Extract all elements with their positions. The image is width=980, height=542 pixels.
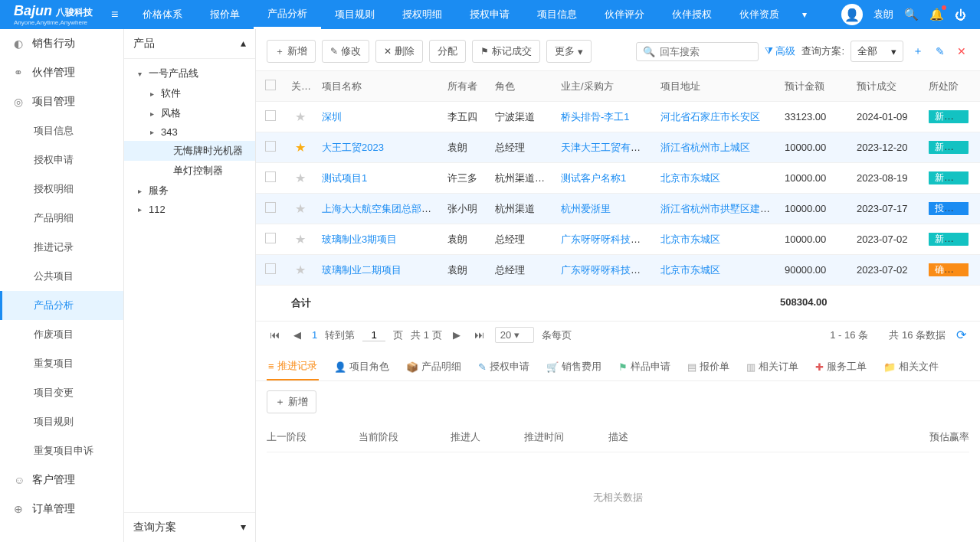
buyer-link[interactable]: 广东呀呀呀科技有限... — [561, 233, 654, 245]
buyer-link[interactable]: 桥头排骨-李工1 — [561, 111, 630, 122]
sub-tab[interactable]: ⚑样品申请 — [617, 354, 672, 380]
more-button[interactable]: 更多 ▾ — [546, 40, 592, 63]
star-icon[interactable]: ★ — [295, 171, 306, 184]
mark-deal-button[interactable]: ⚑标记成交 — [472, 40, 540, 63]
tree-footer[interactable]: 查询方案▾ — [124, 512, 255, 542]
page-size-select[interactable]: 20 ▾ — [495, 327, 534, 343]
user-name[interactable]: 袁朗 — [873, 8, 893, 21]
power-icon[interactable]: ⏻ — [955, 8, 966, 21]
sidebar-item[interactable]: 公共项目 — [0, 262, 123, 291]
sidebar-item[interactable]: 项目信息 — [0, 116, 123, 145]
tree-node[interactable]: 无悔牌时光机器 — [124, 141, 255, 161]
sub-tab[interactable]: ✚服务工单 — [814, 354, 868, 380]
menu-toggle-icon[interactable]: ≡ — [100, 8, 129, 21]
project-name-link[interactable]: 上海大大航空集团总部大楼... — [322, 203, 441, 214]
star-icon[interactable]: ★ — [295, 202, 306, 215]
nav-item[interactable]: 项目规则 — [321, 0, 388, 29]
sidebar-item[interactable]: 授权明细 — [0, 175, 123, 204]
scheme-edit-icon[interactable]: ✎ — [932, 45, 948, 57]
sidebar-group[interactable]: ◐销售行动 — [0, 29, 123, 58]
sidebar-item[interactable]: 项目变更 — [0, 378, 123, 407]
addr-link[interactable]: 北京市东城区 — [660, 233, 720, 245]
addr-link[interactable]: 浙江省杭州市拱墅区建国北... — [660, 203, 778, 214]
row-checkbox[interactable] — [265, 171, 276, 182]
sidebar-group[interactable]: ⊕订单管理 — [0, 495, 123, 524]
tree-node[interactable]: 单灯控制器 — [124, 161, 255, 181]
sidebar-item[interactable]: 推进记录 — [0, 233, 123, 262]
search-input[interactable] — [660, 46, 752, 57]
table-row[interactable]: ★深圳李五四宁波渠道桥头排骨-李工1河北省石家庄市长安区33123.002024… — [256, 102, 980, 132]
sidebar-group[interactable]: ☺客户管理 — [0, 465, 123, 495]
sub-tab[interactable]: 🛒销售费用 — [545, 354, 603, 380]
page-first-icon[interactable]: ⏮ — [267, 328, 283, 342]
search-box[interactable]: 🔍 — [636, 42, 759, 61]
project-name-link[interactable]: 大王工贸2023 — [322, 142, 384, 153]
scheme-delete-icon[interactable]: ✕ — [954, 45, 969, 57]
addr-link[interactable]: 北京市东城区 — [660, 264, 720, 276]
project-name-link[interactable]: 玻璃制业3期项目 — [322, 233, 397, 245]
addr-link[interactable]: 北京市东城区 — [660, 172, 720, 184]
page-last-icon[interactable]: ⏭ — [471, 328, 487, 342]
sidebar-item[interactable]: 重复项目申诉 — [0, 436, 123, 465]
sub-tab[interactable]: 📦产品明细 — [405, 354, 463, 380]
sub-tab[interactable]: ▥相关订单 — [745, 354, 800, 380]
scheme-add-icon[interactable]: ＋ — [910, 44, 926, 58]
tree-node[interactable]: ▾一号产品线 — [124, 64, 255, 83]
tree-node[interactable]: ▸软件 — [124, 83, 255, 103]
table-row[interactable]: ★大王工贸2023袁朗总经理天津大王工贸有限公司浙江省杭州市上城区10000.0… — [256, 132, 980, 163]
advanced-link[interactable]: ⧩高级 — [765, 44, 795, 58]
logo[interactable]: Bajun 八骏科技 Anyone,Anytime,Anywhere — [6, 3, 100, 26]
sidebar-group[interactable]: ⚭伙伴管理 — [0, 58, 123, 87]
sub-tab[interactable]: ≡推进记录 — [267, 354, 319, 380]
scheme-select[interactable]: 全部▾ — [851, 41, 903, 62]
nav-item[interactable]: 产品分析 — [254, 0, 321, 29]
sidebar-item[interactable]: 产品分析 — [0, 291, 123, 320]
add-button[interactable]: ＋新增 — [267, 40, 316, 63]
table-row[interactable]: ★上海大大航空集团总部大楼...张小明杭州渠道杭州爱浙里浙江省杭州市拱墅区建国北… — [256, 194, 980, 224]
page-prev-icon[interactable]: ◀ — [290, 328, 304, 342]
sub-tab[interactable]: 📁相关文件 — [882, 354, 940, 380]
buyer-link[interactable]: 测试客户名称1 — [561, 172, 626, 184]
buyer-link[interactable]: 广东呀呀呀科技有限... — [561, 264, 654, 276]
sub-tab[interactable]: ✎授权申请 — [477, 354, 531, 380]
sub-tab[interactable]: 👤项目角色 — [333, 354, 391, 380]
tree-node[interactable]: ▸343 — [124, 123, 255, 141]
star-icon[interactable]: ★ — [295, 233, 306, 246]
sub-add-button[interactable]: ＋新增 — [267, 390, 316, 413]
row-checkbox[interactable] — [265, 110, 276, 121]
row-checkbox[interactable] — [265, 263, 276, 274]
select-all-checkbox[interactable] — [265, 80, 276, 90]
row-checkbox[interactable] — [265, 141, 276, 152]
row-checkbox[interactable] — [265, 233, 276, 243]
sidebar-item[interactable]: 项目规则 — [0, 407, 123, 436]
sidebar-item[interactable]: 作废项目 — [0, 320, 123, 349]
tree-node[interactable]: ▸112 — [124, 201, 255, 218]
table-row[interactable]: ★玻璃制业3期项目袁朗总经理广东呀呀呀科技有限...北京市东城区10000.00… — [256, 224, 980, 255]
nav-item[interactable]: 报价单 — [196, 0, 254, 29]
refresh-icon[interactable]: ⟳ — [953, 326, 969, 344]
nav-item[interactable]: 伙伴资质 — [726, 0, 793, 29]
avatar[interactable]: 👤 — [841, 4, 863, 25]
nav-more[interactable]: ▾ — [793, 9, 816, 20]
project-name-link[interactable]: 深圳 — [322, 111, 342, 122]
edit-button[interactable]: ✎修改 — [322, 40, 369, 63]
sidebar-item[interactable]: 产品明细 — [0, 204, 123, 233]
page-next-icon[interactable]: ▶ — [450, 328, 464, 342]
project-name-link[interactable]: 玻璃制业二期项目 — [322, 264, 402, 276]
table-row[interactable]: ★测试项目1许三多杭州渠道经理测试客户名称1北京市东城区10000.002023… — [256, 163, 980, 194]
nav-item[interactable]: 伙伴评分 — [591, 0, 658, 29]
nav-item[interactable]: 授权明细 — [388, 0, 456, 29]
star-icon[interactable]: ★ — [295, 110, 306, 123]
nav-item[interactable]: 授权申请 — [456, 0, 523, 29]
row-checkbox[interactable] — [265, 202, 276, 213]
sidebar-item[interactable]: 重复项目 — [0, 349, 123, 378]
delete-button[interactable]: ✕删除 — [375, 40, 423, 63]
tree-node[interactable]: ▸服务 — [124, 181, 255, 201]
sidebar-item[interactable]: 授权申请 — [0, 145, 123, 175]
project-name-link[interactable]: 测试项目1 — [322, 172, 367, 184]
buyer-link[interactable]: 天津大王工贸有限公司 — [561, 142, 654, 153]
search-icon[interactable]: 🔍 — [904, 8, 919, 21]
addr-link[interactable]: 浙江省杭州市上城区 — [660, 142, 750, 153]
star-icon[interactable]: ★ — [295, 141, 306, 154]
star-icon[interactable]: ★ — [295, 263, 306, 276]
